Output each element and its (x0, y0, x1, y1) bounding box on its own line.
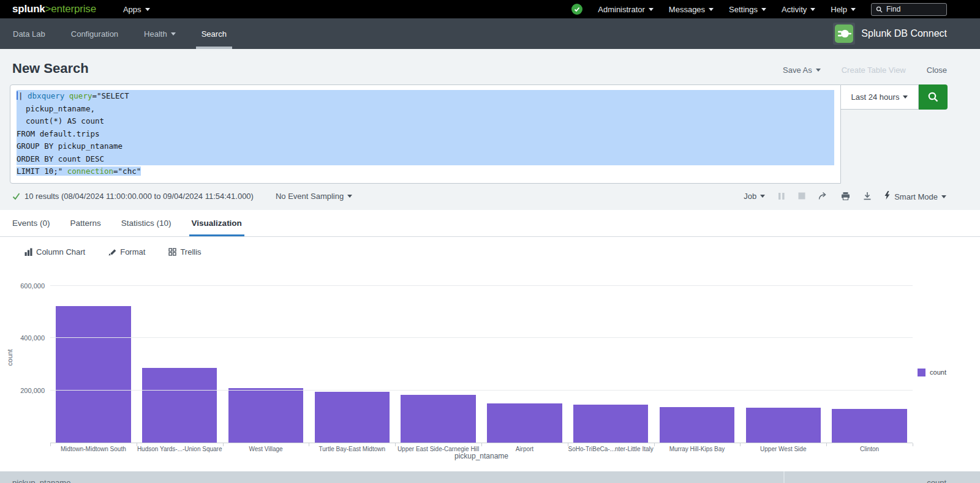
search-icon (927, 91, 939, 103)
legend-swatch (918, 369, 925, 376)
search-icon (876, 6, 883, 13)
messages-menu[interactable]: Messages (669, 5, 714, 14)
print-icon[interactable] (841, 192, 850, 200)
chart-legend[interactable]: count (918, 369, 946, 376)
results-bar: 10 results (08/04/2024 11:00:00.000 to 0… (0, 184, 980, 210)
search-mode-menu[interactable]: Smart Mode (884, 191, 946, 201)
save-as-label: Save As (783, 66, 812, 75)
bar-cell (654, 407, 741, 443)
lightning-icon (884, 191, 890, 200)
plug-icon (835, 24, 853, 43)
nav-item-data-lab[interactable]: Data Lab (0, 18, 58, 49)
tab-statistics[interactable]: Statistics (10) (121, 210, 172, 236)
query-line: FROM default.trips (17, 128, 834, 141)
column-header-pickup-ntaname[interactable]: pickup_ntaname (0, 471, 785, 483)
search-mode-label: Smart Mode (894, 192, 938, 201)
activity-menu[interactable]: Activity (782, 5, 815, 14)
gridline (50, 390, 913, 391)
chart-bars (50, 286, 913, 443)
search-bar: | dbxquery query="SELECT pickup_ntaname,… (10, 84, 948, 184)
splunk-enterprise-logo[interactable]: splunk>enterprise (12, 3, 96, 15)
run-search-button[interactable] (919, 84, 948, 110)
chart-bar[interactable] (832, 409, 907, 443)
chart-bar[interactable] (573, 405, 648, 443)
column-chart-icon (24, 248, 32, 256)
health-status-icon[interactable] (571, 4, 582, 15)
chevron-down-icon (347, 195, 352, 198)
trellis-grid-icon (168, 248, 176, 256)
chart-bar[interactable] (228, 388, 303, 443)
stop-job-icon[interactable] (798, 192, 805, 200)
nav-item-configuration[interactable]: Configuration (58, 18, 131, 49)
apps-menu[interactable]: Apps (123, 5, 150, 14)
messages-menu-label: Messages (669, 5, 705, 14)
x-axis-tick (309, 443, 309, 446)
query-line: count(*) AS count (17, 115, 834, 128)
column-chart: count Midtown-Midtown SouthHudson Yards-… (0, 268, 980, 459)
tab-events[interactable]: Events (0) (12, 210, 50, 236)
chart-bar[interactable] (315, 392, 390, 443)
y-axis-title: count (6, 339, 13, 376)
pause-job-icon[interactable] (778, 192, 785, 200)
chart-bar[interactable] (401, 395, 475, 443)
chart-bar[interactable] (56, 306, 130, 443)
text-cursor (17, 91, 18, 100)
topbar-right: Administrator Messages Settings Activity… (571, 3, 947, 16)
app-navbar: Data Lab Configuration Health Search Spl… (0, 18, 980, 49)
search-query-input[interactable]: | dbxquery query="SELECT pickup_ntaname,… (10, 84, 841, 184)
event-sampling-menu[interactable]: No Event Sampling (276, 192, 352, 201)
administrator-menu[interactable]: Administrator (598, 5, 654, 14)
chart-type-picker[interactable]: Column Chart (24, 247, 85, 256)
create-table-view-button: Create Table View (842, 66, 906, 75)
chart-plot-area: Midtown-Midtown SouthHudson Yards-...-Un… (50, 286, 913, 443)
bar-cell (137, 368, 223, 443)
x-axis-tick (481, 443, 482, 446)
header-actions: Save As Create Table View Close (783, 66, 947, 75)
gridline (50, 337, 913, 338)
x-axis-title: pickup_ntaname (50, 452, 913, 460)
time-range-picker[interactable]: Last 24 hours (841, 84, 919, 110)
chart-bar[interactable] (142, 368, 217, 443)
logo-product: enterprise (51, 3, 96, 15)
nav-item-health[interactable]: Health (131, 18, 189, 49)
tab-label: Patterns (70, 219, 101, 228)
help-menu-label: Help (831, 5, 847, 14)
find-search-input[interactable]: Find (871, 3, 947, 16)
bar-cell (309, 392, 395, 443)
job-menu[interactable]: Job (744, 192, 765, 201)
chevron-down-icon (810, 8, 815, 11)
x-axis-tick (568, 443, 568, 446)
format-button[interactable]: Format (108, 247, 145, 256)
chart-bar[interactable] (660, 407, 734, 443)
settings-menu[interactable]: Settings (729, 5, 766, 14)
trellis-label: Trellis (180, 247, 201, 256)
share-icon[interactable] (818, 192, 828, 200)
tab-patterns[interactable]: Patterns (70, 210, 101, 236)
tab-label: Visualization (192, 219, 242, 228)
chart-bar[interactable] (746, 408, 821, 443)
column-header-count[interactable]: count (785, 471, 980, 483)
page-title: New Search (12, 61, 89, 77)
nav-item-search[interactable]: Search (189, 18, 239, 49)
save-as-button[interactable]: Save As (783, 66, 821, 75)
chart-bar[interactable] (487, 403, 562, 443)
x-axis-tick (395, 443, 396, 446)
tab-visualization[interactable]: Visualization (192, 210, 242, 236)
chevron-down-icon (145, 8, 150, 11)
results-summary: 10 results (08/04/2024 11:00:00.000 to 0… (24, 192, 254, 201)
page-header: New Search Save As Create Table View Clo… (0, 49, 980, 84)
trellis-button[interactable]: Trellis (168, 247, 201, 256)
x-axis-tick (654, 443, 655, 446)
close-button[interactable]: Close (927, 66, 947, 75)
chevron-down-icon (760, 195, 765, 198)
bar-cell (223, 388, 309, 443)
help-menu[interactable]: Help (831, 5, 856, 14)
pencil-icon (108, 248, 116, 256)
x-axis-tick (740, 443, 741, 446)
chevron-down-icon (649, 8, 654, 11)
results-tabs: Events (0) Patterns Statistics (10) Visu… (0, 210, 980, 237)
chevron-down-icon (171, 32, 176, 36)
chevron-down-icon (816, 69, 821, 72)
activity-menu-label: Activity (782, 5, 807, 14)
export-icon[interactable] (863, 192, 872, 200)
